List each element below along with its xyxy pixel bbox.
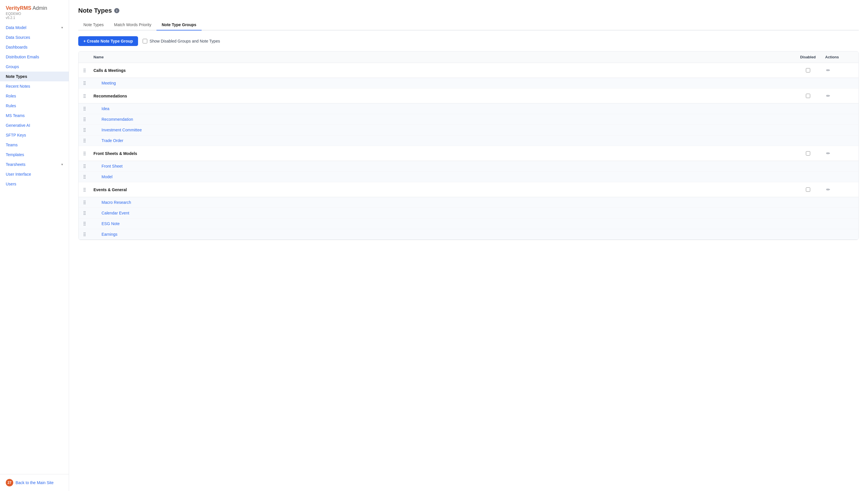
sidebar-item-groups[interactable]: Groups: [0, 62, 69, 71]
sidebar-item-dashboards[interactable]: Dashboards: [0, 42, 69, 52]
child-name-meeting: Meeting: [93, 81, 791, 85]
sidebar-item-rules[interactable]: Rules: [0, 101, 69, 111]
sidebar-item-sftp-keys[interactable]: SFTP Keys: [0, 130, 69, 140]
group-edit-button-events-general[interactable]: ✏: [825, 186, 831, 194]
svg-point-58: [84, 178, 85, 179]
group-edit-button-front-sheets-models[interactable]: ✏: [825, 149, 831, 157]
back-to-main-site-link[interactable]: Back to the Main Site: [16, 480, 54, 485]
sidebar-item-recent-notes[interactable]: Recent Notes: [0, 81, 69, 91]
sidebar-item-teams[interactable]: Teams: [0, 140, 69, 150]
drag-handle[interactable]: [83, 68, 93, 73]
sidebar-item-users[interactable]: Users: [0, 179, 69, 189]
sidebar-item-label-user-interface: User Interface: [6, 172, 31, 176]
create-note-type-group-button[interactable]: + Create Note Type Group: [78, 36, 138, 46]
group-edit-button-recommendations[interactable]: ✏: [825, 92, 831, 100]
svg-point-25: [85, 118, 86, 118]
svg-point-55: [85, 175, 86, 176]
tab-note-types[interactable]: Note Types: [78, 20, 109, 30]
svg-point-32: [84, 129, 85, 131]
svg-point-88: [84, 235, 85, 236]
table-row-child-recommendation: Recommendation: [79, 114, 859, 125]
svg-point-69: [85, 202, 86, 203]
group-edit-button-calls-meetings[interactable]: ✏: [825, 66, 831, 74]
sidebar-item-data-model[interactable]: Data Model▾: [0, 23, 69, 32]
table-body: Calls & Meetings ✏ Meeting: [79, 63, 859, 240]
sidebar-item-roles[interactable]: Roles: [0, 91, 69, 101]
svg-point-86: [84, 234, 85, 235]
drag-handle[interactable]: [83, 81, 93, 85]
svg-point-59: [85, 178, 86, 179]
child-name-model: Model: [93, 174, 791, 179]
toolbar: + Create Note Type Group Show Disabled G…: [78, 36, 859, 46]
brand-name-part3: Admin: [31, 5, 47, 11]
drag-handle[interactable]: [83, 151, 93, 156]
sidebar-item-label-generative-ai: Generative AI: [6, 123, 30, 127]
drag-handle[interactable]: [83, 221, 93, 226]
drag-handle[interactable]: [83, 138, 93, 143]
svg-point-72: [84, 211, 85, 212]
child-name-macro-research: Macro Research: [93, 200, 791, 205]
svg-point-53: [85, 167, 86, 168]
brand-version: v5.2.1: [6, 16, 63, 20]
svg-point-76: [84, 214, 85, 215]
sidebar-header: VerityRMS Admin EQDEMO v5.2.1: [0, 0, 69, 23]
group-disabled-cell-front-sheets-models: [791, 151, 825, 155]
main-content: Note Types i Note TypesMatch Words Prior…: [69, 0, 868, 491]
sidebar-item-ms-teams[interactable]: MS Teams: [0, 111, 69, 120]
notification-button[interactable]: 27 Back to the Main Site: [6, 479, 63, 486]
svg-point-48: [84, 165, 85, 165]
drag-handle[interactable]: [83, 117, 93, 122]
svg-point-42: [84, 151, 85, 152]
svg-point-39: [85, 140, 86, 141]
info-icon[interactable]: i: [114, 8, 119, 13]
group-disabled-cell-recommendations: [791, 94, 825, 98]
group-disabled-checkbox-front-sheets-models[interactable]: [806, 151, 810, 155]
sidebar-item-distribution-emails[interactable]: Distribution Emails: [0, 52, 69, 62]
col-header-actions: Actions: [825, 55, 854, 59]
svg-point-62: [84, 189, 85, 190]
svg-point-47: [85, 154, 86, 155]
tab-match-words-priority[interactable]: Match Words Priority: [109, 20, 157, 30]
drag-handle[interactable]: [83, 211, 93, 215]
svg-point-87: [85, 234, 86, 235]
brand-name-part1: Verity: [6, 5, 20, 11]
drag-handle[interactable]: [83, 232, 93, 237]
svg-point-45: [85, 153, 86, 154]
child-name-trade-order: Trade Order: [93, 138, 791, 143]
svg-point-70: [84, 204, 85, 204]
svg-point-84: [84, 233, 85, 233]
sidebar-item-label-dashboards: Dashboards: [6, 45, 28, 50]
sidebar-item-generative-ai[interactable]: Generative AI: [0, 120, 69, 130]
show-disabled-checkbox[interactable]: [143, 39, 147, 44]
group-disabled-checkbox-events-general[interactable]: [806, 187, 810, 192]
tab-note-type-groups[interactable]: Note Type Groups: [157, 20, 201, 30]
note-type-groups-table: Name Disabled Actions Calls & Meetings ✏: [78, 51, 859, 240]
svg-point-57: [85, 176, 86, 177]
sidebar-item-data-sources[interactable]: Data Sources: [0, 32, 69, 42]
sidebar-item-note-types[interactable]: Note Types: [0, 71, 69, 81]
drag-handle[interactable]: [83, 94, 93, 98]
svg-point-3: [85, 70, 86, 71]
sidebar-item-label-tearsheets: Tearsheets: [6, 162, 25, 167]
drag-handle[interactable]: [83, 106, 93, 111]
drag-handle[interactable]: [83, 200, 93, 205]
svg-point-20: [84, 108, 85, 109]
child-name-investment-committee: Investment Committee: [93, 127, 791, 132]
group-name-recommendations: Recommedations: [93, 94, 791, 98]
drag-handle[interactable]: [83, 187, 93, 192]
sidebar-item-label-ms-teams: MS Teams: [6, 113, 25, 118]
svg-point-19: [85, 107, 86, 108]
group-disabled-checkbox-recommendations[interactable]: [806, 94, 810, 98]
drag-handle[interactable]: [83, 164, 93, 169]
table-row-child-earnings: Earnings: [79, 229, 859, 240]
sidebar-item-tearsheets[interactable]: Tearsheets▾: [0, 160, 69, 169]
tab-bar: Note TypesMatch Words PriorityNote Type …: [78, 20, 859, 30]
svg-point-14: [84, 95, 85, 96]
sidebar-item-label-note-types: Note Types: [6, 74, 27, 79]
group-disabled-checkbox-calls-meetings[interactable]: [806, 68, 810, 73]
drag-handle[interactable]: [83, 174, 93, 179]
sidebar-item-templates[interactable]: Templates: [0, 150, 69, 160]
drag-handle[interactable]: [83, 127, 93, 132]
show-disabled-label[interactable]: Show Disabled Groups and Note Types: [143, 39, 220, 44]
sidebar-item-user-interface[interactable]: User Interface: [0, 169, 69, 179]
